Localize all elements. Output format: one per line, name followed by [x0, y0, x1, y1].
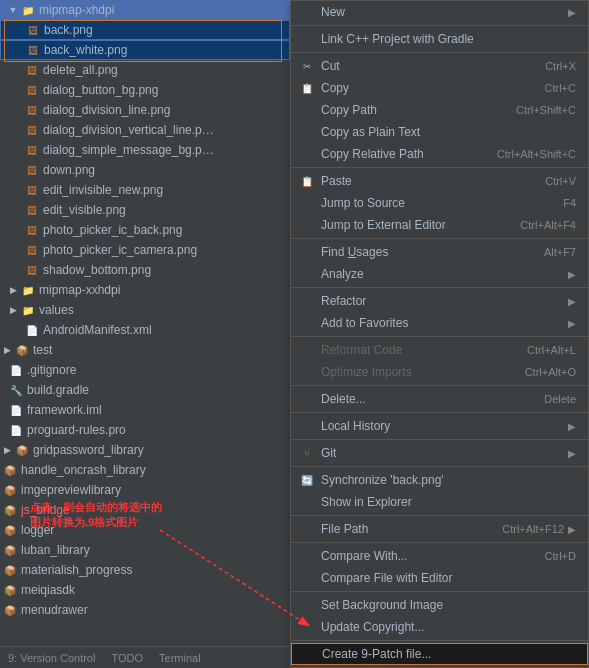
menu-item-refactor[interactable]: Refactor ▶: [291, 290, 588, 312]
git-icon: ⑂: [299, 445, 315, 461]
menu-label-paste: Paste: [321, 174, 545, 188]
menu-item-compare-with[interactable]: Compare With... Ctrl+D: [291, 545, 588, 567]
tree-item-test[interactable]: ▶ 📦 test: [0, 340, 290, 360]
tree-item-dialog-button-bg[interactable]: 🖼 dialog_button_bg.png: [0, 80, 290, 100]
module-icon: 📦: [2, 582, 18, 598]
png-icon: 🖼: [24, 82, 40, 98]
submenu-arrow: ▶: [568, 318, 576, 329]
tree-item-luban[interactable]: 📦 luban_library: [0, 540, 290, 560]
shortcut-copy-relative: Ctrl+Alt+Shift+C: [497, 148, 576, 160]
menu-item-paste[interactable]: 📋 Paste Ctrl+V: [291, 170, 588, 192]
tree-item-label: handle_oncrash_library: [21, 463, 146, 477]
menu-label-synchronize: Synchronize 'back.png': [321, 473, 576, 487]
tree-item-label: photo_picker_ic_camera.png: [43, 243, 197, 257]
menu-item-synchronize[interactable]: 🔄 Synchronize 'back.png': [291, 469, 588, 491]
tree-item-gridpassword[interactable]: ▶ 📦 gridpassword_library: [0, 440, 290, 460]
menu-label-add-favorites: Add to Favorites: [321, 316, 564, 330]
module-icon: 📦: [2, 482, 18, 498]
menu-item-copy[interactable]: 📋 Copy Ctrl+C: [291, 77, 588, 99]
separator: [291, 466, 588, 467]
menu-item-find-usages[interactable]: Find Usages Alt+F7: [291, 241, 588, 263]
menu-item-set-background[interactable]: Set Background Image: [291, 594, 588, 616]
module-icon: 📦: [2, 502, 18, 518]
menu-item-git[interactable]: ⑂ Git ▶: [291, 442, 588, 464]
shortcut-copy: Ctrl+C: [545, 82, 576, 94]
tree-item-edit-visible[interactable]: 🖼 edit_visible.png: [0, 200, 290, 220]
shortcut-file-path: Ctrl+Alt+F12: [502, 523, 564, 535]
menu-item-copy-plain[interactable]: Copy as Plain Text: [291, 121, 588, 143]
submenu-arrow: ▶: [568, 7, 576, 18]
shortcut-compare: Ctrl+D: [545, 550, 576, 562]
tree-item-proguard[interactable]: 📄 proguard-rules.pro: [0, 420, 290, 440]
menu-item-create-9patch[interactable]: Create 9-Patch file...: [291, 643, 588, 665]
tree-item-androidmanifest[interactable]: 📄 AndroidManifest.xml: [0, 320, 290, 340]
context-menu: New ▶ Link C++ Project with Gradle ✂ Cut…: [290, 0, 589, 668]
tree-item-mipmap-xhdpi[interactable]: ▼ 📁 mipmap-xhdpi: [0, 0, 290, 20]
tree-item-menudrawer[interactable]: 📦 menudrawer: [0, 600, 290, 620]
menu-item-file-path[interactable]: File Path Ctrl+Alt+F12 ▶: [291, 518, 588, 540]
menu-item-link-cpp[interactable]: Link C++ Project with Gradle: [291, 28, 588, 50]
terminal-tab[interactable]: Terminal: [151, 652, 209, 664]
tree-item-build-gradle[interactable]: 🔧 build.gradle: [0, 380, 290, 400]
tree-item-label: js_bridge: [21, 503, 70, 517]
shortcut-jump-source: F4: [563, 197, 576, 209]
tree-item-gitignore[interactable]: 📄 .gitignore: [0, 360, 290, 380]
menu-item-analyze[interactable]: Analyze ▶: [291, 263, 588, 285]
menu-item-jump-source[interactable]: Jump to Source F4: [291, 192, 588, 214]
module-icon: 📦: [14, 342, 30, 358]
tree-item-meiqiasdk[interactable]: 📦 meiqiasdk: [0, 580, 290, 600]
menu-item-copy-path[interactable]: Copy Path Ctrl+Shift+C: [291, 99, 588, 121]
module-icon: 📦: [2, 602, 18, 618]
tree-item-edit-invisible[interactable]: 🖼 edit_invisible_new.png: [0, 180, 290, 200]
gradle-icon: 🔧: [8, 382, 24, 398]
shortcut-jump-external: Ctrl+Alt+F4: [520, 219, 576, 231]
module-icon: 📦: [14, 442, 30, 458]
menu-label-new: New: [321, 5, 564, 19]
menu-label-jump-external: Jump to External Editor: [321, 218, 520, 232]
menu-label-update-copyright: Update Copyright...: [321, 620, 576, 634]
todo-tab[interactable]: TODO: [103, 652, 151, 664]
menu-label-refactor: Refactor: [321, 294, 564, 308]
tree-item-label: dialog_division_vertical_line.p…: [43, 123, 214, 137]
reformat-icon: [299, 342, 315, 358]
tree-item-values[interactable]: ▶ 📁 values: [0, 300, 290, 320]
tree-item-label: back_white.png: [44, 43, 127, 57]
tree-item-materialish[interactable]: 📦 materialish_progress: [0, 560, 290, 580]
menu-item-new[interactable]: New ▶: [291, 1, 588, 23]
tree-item-framework-iml[interactable]: 📄 framework.iml: [0, 400, 290, 420]
png-icon: 🖼: [24, 162, 40, 178]
tree-item-imgepreview[interactable]: 📦 imgepreviewlibrary: [0, 480, 290, 500]
version-control-tab[interactable]: 9: Version Control: [0, 652, 103, 664]
tree-item-mipmap-xxhdpi[interactable]: ▶ 📁 mipmap-xxhdpi: [0, 280, 290, 300]
tree-item-logger[interactable]: 📦 logger: [0, 520, 290, 540]
tree-item-label: values: [39, 303, 74, 317]
menu-item-delete[interactable]: Delete... Delete: [291, 388, 588, 410]
tree-item-photo-picker-camera[interactable]: 🖼 photo_picker_ic_camera.png: [0, 240, 290, 260]
tree-item-back-png[interactable]: 🖼 back.png: [0, 20, 290, 40]
menu-item-local-history[interactable]: Local History ▶: [291, 415, 588, 437]
menu-item-show-explorer[interactable]: Show in Explorer: [291, 491, 588, 513]
separator: [291, 412, 588, 413]
menu-item-compare-editor[interactable]: Compare File with Editor: [291, 567, 588, 589]
tree-item-label: meiqiasdk: [21, 583, 75, 597]
menu-item-copy-relative[interactable]: Copy Relative Path Ctrl+Alt+Shift+C: [291, 143, 588, 165]
tree-item-delete-all[interactable]: 🖼 delete_all.png: [0, 60, 290, 80]
tree-item-handle-oncrash[interactable]: 📦 handle_oncrash_library: [0, 460, 290, 480]
tree-item-js-bridge[interactable]: 📦 js_bridge: [0, 500, 290, 520]
tree-item-dialog-division-vertical[interactable]: 🖼 dialog_division_vertical_line.p…: [0, 120, 290, 140]
menu-item-add-favorites[interactable]: Add to Favorites ▶: [291, 312, 588, 334]
tree-item-photo-picker-back[interactable]: 🖼 photo_picker_ic_back.png: [0, 220, 290, 240]
tree-item-label: mipmap-xxhdpi: [39, 283, 120, 297]
tree-item-dialog-simple-msg[interactable]: 🖼 dialog_simple_message_bg.p…: [0, 140, 290, 160]
tree-item-down-png[interactable]: 🖼 down.png: [0, 160, 290, 180]
folder-icon: 📁: [20, 282, 36, 298]
submenu-arrow: ▶: [568, 296, 576, 307]
menu-item-update-copyright[interactable]: Update Copyright...: [291, 616, 588, 638]
menu-item-jump-external[interactable]: Jump to External Editor Ctrl+Alt+F4: [291, 214, 588, 236]
tree-item-back-white-png[interactable]: 🖼 back_white.png: [0, 40, 290, 60]
tree-item-shadow-bottom[interactable]: 🖼 shadow_bottom.png: [0, 260, 290, 280]
menu-item-cut[interactable]: ✂ Cut Ctrl+X: [291, 55, 588, 77]
tree-item-dialog-division-line[interactable]: 🖼 dialog_division_line.png: [0, 100, 290, 120]
copyright-icon: [299, 619, 315, 635]
png-icon: 🖼: [25, 42, 41, 58]
